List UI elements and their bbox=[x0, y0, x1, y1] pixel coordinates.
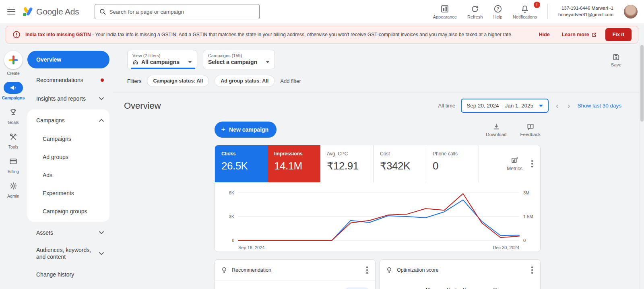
sidebar-item-label: Change history bbox=[36, 271, 104, 278]
gstin-warning-banner: India tax info missing GSTIN - Your Indi… bbox=[6, 26, 638, 43]
sidebar-item-recommendations[interactable]: Recommendations bbox=[27, 71, 109, 89]
appearance-button[interactable]: Appearance bbox=[433, 4, 457, 19]
next-period-button[interactable]: › bbox=[566, 101, 572, 110]
warning-icon bbox=[12, 31, 21, 39]
feedback-button[interactable]: Feedback bbox=[520, 123, 541, 137]
avatar[interactable] bbox=[624, 5, 638, 19]
sidebar-item-change-history[interactable]: Change history bbox=[27, 265, 109, 284]
trophy-icon bbox=[9, 108, 18, 117]
rail-item-tools[interactable]: Tools bbox=[8, 131, 19, 149]
scrollbar-thumb[interactable] bbox=[640, 45, 644, 122]
view-filter-value: All campaigns bbox=[141, 59, 180, 65]
prev-period-button[interactable]: ‹ bbox=[554, 101, 560, 110]
learn-more-link[interactable]: Learn more bbox=[562, 32, 597, 37]
view-filter-label: View (2 filters) bbox=[132, 53, 192, 58]
save-label: Save bbox=[611, 62, 621, 67]
global-search[interactable] bbox=[95, 4, 260, 19]
all-time-label: All time bbox=[438, 103, 456, 109]
menu-icon[interactable] bbox=[7, 9, 15, 14]
caret-down-icon bbox=[539, 105, 543, 107]
add-filter-button[interactable]: Add filter bbox=[280, 78, 301, 84]
performance-chart: 003K1.5M6K3MSep 16, 2024Dec 30, 2024 bbox=[215, 182, 541, 252]
tools-icon bbox=[9, 132, 18, 141]
banner-text: India tax info missing GSTIN - Your Indi… bbox=[25, 32, 512, 37]
download-label: Download bbox=[486, 132, 506, 137]
caret-down-icon bbox=[188, 61, 192, 63]
chevron-up-icon bbox=[99, 119, 104, 122]
vertical-scrollbar[interactable] bbox=[639, 42, 644, 289]
search-icon bbox=[99, 8, 106, 15]
sidebar-item-experiments[interactable]: Experiments bbox=[27, 184, 109, 202]
banner-title: India tax info missing GSTIN bbox=[25, 32, 91, 37]
sidebar-item-label: Audiences, keywords, and content bbox=[36, 247, 99, 261]
sidebar-item-campaigns-group[interactable]: Campaigns bbox=[27, 111, 109, 130]
metrics-chart-plus-icon bbox=[511, 156, 519, 164]
save-button[interactable]: Save bbox=[611, 50, 621, 67]
rail-label: Admin bbox=[7, 194, 19, 198]
svg-text:3K: 3K bbox=[229, 214, 235, 219]
rail-label: Campaigns bbox=[2, 95, 25, 100]
metric-clicks[interactable]: Clicks 26.5K bbox=[215, 145, 268, 182]
sidebar-item-campaign-groups[interactable]: Campaign groups bbox=[27, 202, 109, 220]
main-content: View (2 filters) All campaigns Campaigns… bbox=[113, 46, 644, 289]
sidebar-item-campaigns[interactable]: Campaigns bbox=[27, 130, 109, 148]
refresh-button[interactable]: Refresh bbox=[467, 4, 483, 19]
sidebar-item-ads[interactable]: Ads bbox=[27, 166, 109, 184]
rail-label: Goals bbox=[8, 120, 19, 125]
active-dropdown-underline bbox=[131, 68, 195, 69]
metric-label: Clicks bbox=[221, 151, 268, 157]
metric-avg-cpc[interactable]: Avg. CPC ₹12.91 bbox=[320, 145, 373, 182]
notifications-badge: ! bbox=[534, 2, 540, 8]
campaign-select-dropdown[interactable]: Campaigns (159) Select a campaign bbox=[203, 50, 275, 69]
svg-text:0: 0 bbox=[523, 238, 526, 243]
metric-cost[interactable]: Cost ₹342K bbox=[373, 145, 426, 182]
ad-group-status-chip[interactable]: Ad group status: All bbox=[215, 75, 275, 87]
metrics-button[interactable]: Metrics bbox=[507, 156, 522, 171]
feedback-icon bbox=[526, 123, 535, 131]
sidebar-item-audiences[interactable]: Audiences, keywords, and content bbox=[27, 242, 109, 265]
rail-item-billing[interactable]: Billing bbox=[8, 155, 19, 174]
hide-link[interactable]: Hide bbox=[539, 32, 550, 37]
home-icon bbox=[132, 59, 138, 65]
metric-value: 0 bbox=[433, 160, 479, 172]
rail-item-admin[interactable]: Admin bbox=[7, 180, 19, 198]
download-icon bbox=[492, 123, 500, 131]
account-email: honeyadver81@gmail.com bbox=[558, 12, 613, 18]
google-ads-logo: Google Ads bbox=[23, 7, 79, 17]
chart-overflow-menu[interactable] bbox=[530, 159, 535, 169]
metric-value: 14.1M bbox=[274, 160, 320, 172]
sidebar-item-assets[interactable]: Assets bbox=[27, 223, 109, 242]
rail-item-campaigns[interactable]: Campaigns bbox=[2, 82, 25, 100]
sidebar-item-ad-groups[interactable]: Ad groups bbox=[27, 148, 109, 166]
sidebar-item-overview[interactable]: Overview bbox=[27, 51, 109, 68]
learn-more-label: Learn more bbox=[562, 32, 589, 37]
lightbulb-icon bbox=[221, 266, 228, 274]
metric-phone-calls[interactable]: Phone calls 0 bbox=[426, 145, 479, 182]
view-filter-dropdown[interactable]: View (2 filters) All campaigns bbox=[127, 50, 197, 69]
rail-item-goals[interactable]: Goals bbox=[8, 106, 19, 125]
section-divider bbox=[113, 93, 644, 93]
help-button[interactable]: ? Help bbox=[493, 4, 502, 19]
help-circle-icon[interactable]: ? bbox=[492, 287, 498, 289]
recommendation-card: Recommendation Add responsive display ad… bbox=[215, 259, 376, 289]
new-campaign-button[interactable]: + New campaign bbox=[215, 122, 277, 138]
billing-icon bbox=[9, 157, 18, 166]
metric-impressions[interactable]: Impressions 14.1M bbox=[268, 145, 320, 182]
optimization-overflow-menu[interactable] bbox=[530, 265, 535, 275]
chevron-down-icon bbox=[99, 97, 104, 100]
date-range-picker[interactable]: Sep 20, 2024 – Jan 1, 2025 bbox=[461, 99, 549, 113]
rail-item-create[interactable]: Create bbox=[4, 51, 23, 76]
campaign-status-chip[interactable]: Campaign status: All bbox=[147, 75, 209, 87]
notifications-button[interactable]: ! Notifications bbox=[513, 4, 537, 19]
sidebar-item-insights[interactable]: Insights and reports bbox=[27, 89, 109, 108]
save-icon bbox=[612, 53, 620, 61]
account-info[interactable]: 137-191-6446 Marwari -1 honeyadver81@gma… bbox=[558, 5, 613, 18]
fix-it-button[interactable]: Fix it bbox=[605, 28, 632, 41]
recommendation-item[interactable]: Add responsive display ads +17.3% bbox=[215, 281, 375, 289]
sidebar-item-label: Recommendations bbox=[36, 77, 101, 83]
download-button[interactable]: Download bbox=[486, 123, 506, 137]
recommendation-overflow-menu[interactable] bbox=[365, 265, 369, 275]
performance-card: Clicks 26.5K Impressions 14.1M Avg. CPC … bbox=[215, 145, 541, 252]
show-last-30-days-link[interactable]: Show last 30 days bbox=[577, 103, 621, 109]
search-input[interactable] bbox=[109, 9, 255, 15]
